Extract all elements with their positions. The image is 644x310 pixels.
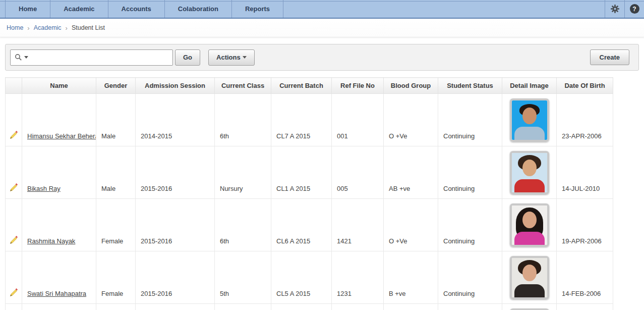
student-table-body: Himansu Sekhar BeheraMale2014-20156thCL7…: [6, 94, 613, 310]
gender-cell: Female: [96, 199, 136, 251]
blood-group-cell: [384, 304, 438, 310]
date-of-birth-cell: 14-JUL-2010: [557, 146, 613, 199]
chevron-down-icon: [24, 56, 28, 59]
student-name-link[interactable]: Himansu Sekhar Behera: [27, 132, 96, 140]
nav-tab-academic[interactable]: Academic: [50, 0, 108, 18]
nav-tabs: Home Academic Accounts Colaboration Repo…: [5, 0, 283, 18]
table-row: Rashmita NayakFemale2015-20166thCL6 A 20…: [6, 199, 613, 251]
student-status-cell: Continuing: [438, 199, 502, 251]
help-button[interactable]: ?: [624, 0, 644, 18]
current-class-cell: 5th: [215, 251, 271, 304]
actions-button-label: Actions: [216, 54, 241, 61]
ref-file-no-cell: 1231: [332, 251, 384, 304]
breadcrumb-current-page: Student List: [72, 24, 105, 31]
blood-group-cell: B +ve: [384, 251, 438, 304]
date-of-birth-cell: 23-APR-2006: [557, 94, 613, 146]
pencil-icon: [10, 183, 18, 192]
current-class-cell: 6th: [215, 94, 271, 146]
current-class-cell: Nursury: [215, 146, 271, 199]
nav-tab-reports[interactable]: Reports: [232, 0, 283, 18]
search-input[interactable]: [28, 50, 172, 65]
settings-button[interactable]: [605, 0, 624, 18]
current-batch-cell: CL5 A 2015: [271, 251, 332, 304]
pencil-icon: [10, 131, 18, 139]
gender-cell: Male: [96, 94, 136, 146]
name-cell: Himansu Sekhar Behera: [22, 94, 96, 146]
current-batch-cell: CL7 A 2015: [271, 94, 332, 146]
student-detail-image: [510, 98, 549, 142]
go-button[interactable]: Go: [175, 49, 200, 66]
date-of-birth-cell: 14-FEB-2006: [557, 251, 613, 304]
date-of-birth-cell: 19-APR-2006: [557, 199, 613, 251]
current-batch-cell: [271, 304, 332, 310]
student-status-cell: Continuing: [438, 94, 502, 146]
table-row: Bikash RayMale2015-2016NursuryCL1 A 2015…: [6, 146, 613, 199]
column-header-edit: [6, 78, 22, 94]
edit-row-button[interactable]: [6, 146, 22, 199]
column-header-ref-file-no: Ref File No: [332, 78, 384, 94]
actions-button[interactable]: Actions: [208, 49, 255, 66]
column-header-admission-session: Admission Session: [136, 78, 215, 94]
current-batch-cell: CL6 A 2015: [271, 199, 332, 251]
blood-group-cell: AB +ve: [384, 146, 438, 199]
table-row: Swati Sri MahapatraFemale2015-20165thCL5…: [6, 251, 613, 304]
student-detail-image: [510, 203, 549, 247]
admission-session-cell: 2015-2016: [136, 146, 215, 199]
breadcrumb-separator: ›: [66, 24, 68, 32]
nav-tab-colaboration[interactable]: Colaboration: [165, 0, 232, 18]
edit-row-button[interactable]: [6, 199, 22, 251]
column-header-student-status: Student Status: [438, 78, 502, 94]
name-cell: Bikash Ray: [22, 146, 96, 199]
current-batch-cell: CL1 A 2015: [271, 146, 332, 199]
pencil-icon: [10, 288, 18, 297]
admission-session-cell: [136, 304, 215, 310]
edit-row-button[interactable]: [6, 304, 22, 310]
name-cell: Rashmita Nayak: [22, 199, 96, 251]
student-name-link[interactable]: Swati Sri Mahapatra: [27, 290, 86, 297]
student-detail-image: [510, 151, 549, 194]
question-icon: ?: [630, 4, 639, 14]
admission-session-cell: 2014-2015: [136, 94, 215, 146]
nav-icon-group: ?: [605, 0, 644, 18]
create-button[interactable]: Create: [590, 49, 629, 65]
nav-tab-accounts[interactable]: Accounts: [108, 0, 165, 18]
edit-row-button[interactable]: [6, 251, 22, 304]
gender-cell: Male: [96, 146, 136, 199]
gear-icon: [610, 4, 620, 14]
student-name-link[interactable]: Bikash Ray: [27, 185, 61, 192]
magnifier-icon: [15, 54, 22, 61]
breadcrumb-home[interactable]: Home: [7, 24, 23, 31]
ref-file-no-cell: 005: [332, 146, 384, 199]
student-status-cell: [438, 304, 502, 310]
detail-image-cell: [502, 146, 557, 199]
detail-image-cell: [502, 304, 557, 310]
ref-file-no-cell: 1421: [332, 199, 384, 251]
student-name-link[interactable]: Rashmita Nayak: [27, 237, 75, 245]
breadcrumb-separator: ›: [27, 24, 29, 32]
column-header-detail-image: Detail Image: [502, 78, 557, 94]
column-header-gender: Gender: [96, 78, 136, 94]
report-toolbar: Go Actions Create: [5, 44, 639, 71]
chevron-down-icon: [243, 56, 247, 59]
search-box: [10, 49, 173, 66]
student-status-cell: Continuing: [438, 251, 502, 304]
search-column-selector[interactable]: [11, 54, 28, 61]
edit-row-button[interactable]: [6, 94, 22, 146]
nav-tab-home[interactable]: Home: [5, 0, 50, 18]
student-detail-image: [510, 256, 549, 299]
column-header-name: Name: [22, 78, 96, 94]
breadcrumb-academic[interactable]: Academic: [34, 24, 62, 31]
detail-image-cell: [502, 251, 557, 304]
current-class-cell: 6th: [215, 199, 271, 251]
top-navbar: Home Academic Accounts Colaboration Repo…: [0, 0, 644, 19]
admission-session-cell: 2015-2016: [136, 199, 215, 251]
gender-cell: [96, 304, 136, 310]
name-cell: [22, 304, 96, 310]
student-status-cell: Continuing: [438, 146, 502, 199]
student-list-table: Name Gender Admission Session Current Cl…: [5, 77, 613, 310]
column-header-date-of-birth: Date Of Birth: [557, 78, 613, 94]
column-header-current-class: Current Class: [215, 78, 271, 94]
date-of-birth-cell: [557, 304, 613, 310]
column-header-current-batch: Current Batch: [271, 78, 332, 94]
table-row: Himansu Sekhar BeheraMale2014-20156thCL7…: [6, 94, 613, 146]
